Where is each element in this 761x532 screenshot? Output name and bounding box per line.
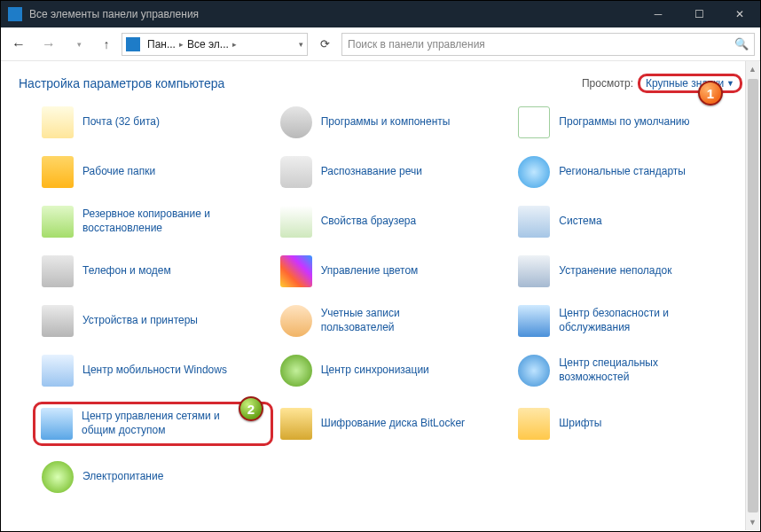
item-label: Шрифты [559, 417, 601, 431]
nav-history-dropdown[interactable]: ▾ [67, 32, 91, 57]
user-accounts-icon [280, 305, 312, 337]
breadcrumb-icon [126, 37, 140, 51]
breadcrumb-current[interactable]: Все эл... [184, 38, 232, 51]
search-icon[interactable]: 🔍 [734, 37, 749, 51]
search-input[interactable]: Поиск в панели управления [348, 38, 734, 51]
control-panel-item-internet-options[interactable]: Свойства браузера [280, 203, 512, 240]
security-maintenance-icon [518, 305, 550, 337]
control-panel-item-troubleshooting[interactable]: Устранение неполадок [518, 253, 749, 290]
item-label: Программы по умолчанию [559, 115, 689, 129]
control-panel-item-bitlocker[interactable]: Шифрование диска BitLocker [280, 402, 512, 446]
control-panel-item-region[interactable]: Региональные стандарты [518, 153, 749, 191]
troubleshooting-icon [518, 255, 550, 287]
control-panel-item-system[interactable]: Система [518, 203, 749, 240]
item-label: Почта (32 бита) [82, 115, 160, 129]
refresh-button[interactable]: ⟳ [313, 33, 336, 56]
item-label: Свойства браузера [321, 215, 417, 229]
sync-center-icon [280, 355, 312, 387]
scroll-down-button[interactable]: ▼ [746, 514, 759, 530]
navbar: ← → ▾ ↑ Пан... ▸ Все эл... ▸ ▾ ⟳ Поиск в… [1, 27, 760, 61]
control-panel-item-fonts[interactable]: Шрифты [518, 402, 749, 446]
network-sharing-icon [41, 408, 73, 440]
default-programs-icon [518, 106, 550, 138]
control-panel-item-default-programs[interactable]: Программы по умолчанию [518, 104, 749, 141]
control-panel-item-phone-modem[interactable]: Телефон и модем [42, 253, 273, 290]
control-panel-item-color-management[interactable]: Управление цветом [280, 253, 512, 290]
control-panel-item-mail[interactable]: Почта (32 бита) [42, 104, 273, 141]
nav-back-button[interactable]: ← [6, 32, 31, 57]
item-label: Центр мобильности Windows [82, 364, 227, 378]
chevron-down-icon[interactable]: ▾ [299, 40, 303, 49]
minimize-button[interactable]: ─ [638, 1, 679, 27]
item-label: Центр безопасности и обслуживания [559, 307, 705, 334]
item-label: Электропитание [82, 470, 163, 484]
item-label: Шифрование диска BitLocker [321, 417, 465, 431]
backup-restore-icon [42, 206, 74, 238]
item-label: Распознавание речи [321, 165, 422, 179]
item-label: Программы и компоненты [321, 115, 451, 129]
phone-modem-icon [42, 255, 74, 287]
control-panel-item-devices-printers[interactable]: Устройства и принтеры [42, 302, 273, 340]
work-folders-icon [42, 156, 74, 188]
control-panel-item-programs-features[interactable]: Программы и компоненты [280, 104, 512, 141]
content-header: Настройка параметров компьютера Просмотр… [1, 61, 760, 100]
programs-features-icon [280, 106, 312, 138]
control-panel-item-speech-recognition[interactable]: Распознавание речи [280, 153, 512, 191]
control-panel-items: Почта (32 бита)Программы и компонентыПро… [1, 100, 760, 499]
fonts-icon [518, 408, 550, 440]
vertical-scrollbar[interactable]: ▲ ▼ [745, 61, 759, 530]
item-label: Центр специальных возможностей [559, 356, 705, 384]
nav-forward-button[interactable]: → [36, 32, 61, 57]
item-label: Рабочие папки [82, 165, 155, 179]
item-label: Резервное копирование и восстановление [82, 207, 229, 235]
control-panel-icon [8, 7, 22, 21]
mail-icon [42, 106, 74, 138]
breadcrumb-root[interactable]: Пан... [144, 38, 179, 51]
control-panel-item-power-options[interactable]: Электропитание [42, 458, 273, 496]
scroll-up-button[interactable]: ▲ [746, 61, 759, 77]
page-heading: Настройка параметров компьютера [19, 76, 582, 90]
window-controls: ─ ☐ ✕ [638, 1, 760, 27]
search-box[interactable]: Поиск в панели управления 🔍 [341, 33, 755, 56]
item-label: Телефон и модем [82, 264, 171, 278]
view-by-label: Просмотр: [582, 77, 633, 90]
region-icon [518, 156, 550, 188]
view-by-dropdown[interactable]: Крупные значки ▼ [638, 74, 742, 93]
chevron-down-icon: ▼ [726, 79, 734, 88]
item-label: Управление цветом [321, 264, 419, 278]
control-panel-item-backup-restore[interactable]: Резервное копирование и восстановление [42, 203, 273, 240]
color-management-icon [280, 255, 312, 287]
control-panel-item-ease-of-access[interactable]: Центр специальных возможностей [518, 352, 749, 389]
ease-of-access-icon [518, 355, 550, 387]
item-label: Региональные стандарты [559, 165, 686, 179]
item-label: Устройства и принтеры [82, 314, 198, 328]
bitlocker-icon [280, 408, 312, 440]
item-label: Центр синхронизации [321, 364, 429, 378]
item-label: Система [559, 215, 601, 229]
annotation-marker-2: 2 [239, 396, 263, 421]
scroll-thumb[interactable] [748, 79, 758, 512]
control-panel-item-user-accounts[interactable]: Учетные записи пользователей [280, 302, 512, 340]
control-panel-item-network-sharing[interactable]: Центр управления сетями и общим доступом [33, 402, 273, 446]
mobility-center-icon [42, 355, 74, 387]
power-options-icon [42, 461, 74, 493]
item-label: Учетные записи пользователей [321, 307, 467, 334]
item-label: Центр управления сетями и общим доступом [82, 410, 228, 437]
control-panel-item-sync-center[interactable]: Центр синхронизации [280, 352, 512, 389]
nav-up-button[interactable]: ↑ [97, 35, 116, 54]
control-panel-item-work-folders[interactable]: Рабочие папки [42, 153, 273, 191]
internet-options-icon [280, 206, 312, 238]
item-label: Устранение неполадок [559, 264, 671, 278]
titlebar: Все элементы панели управления ─ ☐ ✕ [1, 1, 760, 27]
speech-recognition-icon [280, 156, 312, 188]
control-panel-item-security-maintenance[interactable]: Центр безопасности и обслуживания [518, 302, 749, 340]
control-panel-item-mobility-center[interactable]: Центр мобильности Windows [42, 352, 273, 389]
close-button[interactable]: ✕ [719, 1, 760, 27]
chevron-right-icon: ▸ [232, 40, 237, 49]
devices-printers-icon [42, 305, 74, 337]
maximize-button[interactable]: ☐ [679, 1, 719, 27]
window-title: Все элементы панели управления [29, 8, 638, 20]
system-icon [518, 206, 550, 238]
annotation-marker-1: 1 [698, 81, 723, 106]
breadcrumb[interactable]: Пан... ▸ Все эл... ▸ ▾ [122, 33, 308, 56]
